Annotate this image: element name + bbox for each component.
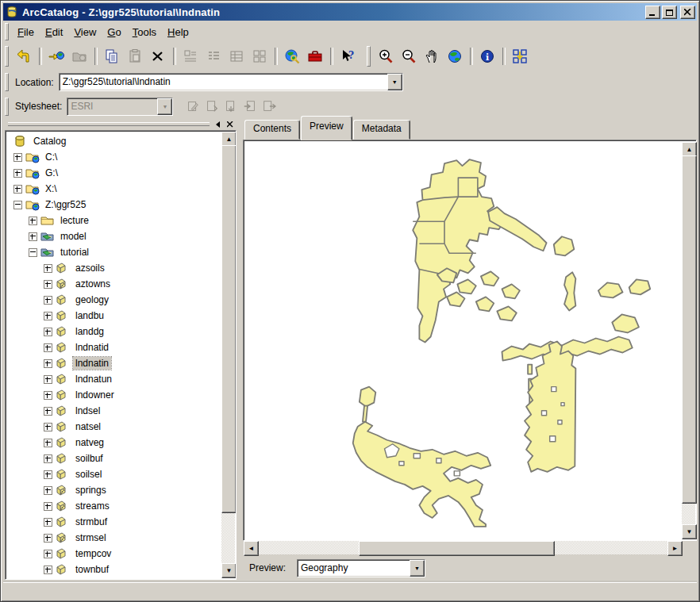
expand-plus-icon[interactable]: [44, 312, 52, 320]
connect-folder-button[interactable]: [44, 45, 67, 67]
minimize-button[interactable]: [645, 6, 660, 19]
tree-item-soilbuf[interactable]: soilbuf: [7, 451, 221, 466]
expand-plus-icon[interactable]: [44, 296, 52, 305]
tree-item-aztowns[interactable]: aztowns: [7, 276, 221, 292]
preview-vertical-scrollbar[interactable]: ▲ ▼: [682, 142, 695, 539]
tree-item-model[interactable]: model: [7, 228, 221, 244]
tree-item-label[interactable]: landbu: [73, 309, 106, 322]
tree-item-label[interactable]: Catalog: [31, 135, 68, 148]
arctoolbox-button[interactable]: [303, 45, 326, 67]
tab-metadata[interactable]: Metadata: [353, 120, 410, 140]
tree-item-label[interactable]: townbuf: [73, 563, 111, 576]
tree-item-tempcov[interactable]: tempcov: [7, 546, 221, 562]
tree-item-label[interactable]: tutorial: [58, 246, 91, 259]
close-button[interactable]: [680, 6, 695, 19]
expand-plus-icon[interactable]: [44, 470, 52, 479]
expand-plus-icon[interactable]: [44, 454, 52, 463]
scroll-down-button[interactable]: ▼: [221, 563, 237, 578]
tree-item-label[interactable]: aztowns: [73, 278, 113, 290]
tree-item-x[interactable]: X:\: [7, 181, 221, 197]
tree-item-c[interactable]: C:\: [7, 149, 221, 165]
tree-item-lndsel[interactable]: lndsel: [7, 403, 221, 419]
tree-item-label[interactable]: tempcov: [73, 547, 113, 560]
tree-item-label[interactable]: lndnatun: [73, 373, 114, 385]
tree-item-landbu[interactable]: landbu: [7, 308, 221, 324]
expand-plus-icon[interactable]: [44, 486, 52, 495]
preview-horizontal-scrollbar[interactable]: ◄ ►: [244, 541, 683, 554]
expand-plus-icon[interactable]: [13, 169, 22, 178]
tree-item-landdg[interactable]: landdg: [7, 324, 221, 339]
menu-tools[interactable]: Tools: [127, 24, 162, 40]
preview-type-value[interactable]: Geography: [298, 560, 410, 577]
tree-item-label[interactable]: streams: [73, 500, 112, 512]
tree-item-natsel[interactable]: natsel: [7, 419, 221, 435]
expand-plus-icon[interactable]: [44, 550, 52, 558]
tree-item-label[interactable]: springs: [73, 484, 109, 497]
tree-item-label[interactable]: lecture: [58, 214, 91, 227]
tree-scrollbar[interactable]: ▲ ▼: [221, 132, 235, 578]
expand-plus-icon[interactable]: [29, 217, 37, 225]
tree-item-label[interactable]: strmbuf: [73, 516, 110, 528]
tree-item-label[interactable]: lndsel: [73, 405, 102, 417]
tree-item-tutorial[interactable]: tutorial: [7, 244, 221, 260]
tree-item-label[interactable]: geology: [73, 293, 111, 306]
expand-plus-icon[interactable]: [44, 439, 52, 447]
zoom-out-button[interactable]: [397, 45, 420, 67]
preview-hscroll-thumb[interactable]: [359, 541, 555, 556]
tree-item-lndnatid[interactable]: lndnatid: [7, 339, 221, 355]
tree-item-label[interactable]: model: [58, 230, 89, 243]
maximize-button[interactable]: [662, 6, 677, 19]
menu-edit[interactable]: Edit: [40, 24, 68, 40]
toolbar-grip[interactable]: [5, 46, 9, 67]
expand-plus-icon[interactable]: [44, 407, 52, 416]
tree-item-azsoils[interactable]: azsoils: [7, 260, 221, 276]
scroll-left-button[interactable]: ◄: [244, 541, 259, 556]
scroll-right-button[interactable]: ►: [667, 541, 683, 556]
location-bar-grip[interactable]: [5, 73, 9, 92]
tree-item-label[interactable]: natveg: [73, 436, 106, 449]
menu-view[interactable]: View: [68, 24, 102, 40]
up-one-level-button[interactable]: [12, 45, 35, 67]
tree-item-g[interactable]: G:\: [7, 165, 221, 181]
menu-go[interactable]: Go: [102, 24, 126, 40]
zoom-in-button[interactable]: [374, 45, 397, 67]
tree-item-label[interactable]: landdg: [73, 325, 106, 338]
location-value[interactable]: Z:\ggr525\tutorial\lndnatin: [60, 74, 387, 90]
tree-item-label[interactable]: lndowner: [73, 389, 117, 401]
tree-item-lndowner[interactable]: lndowner: [7, 387, 221, 403]
tree-scrollbar-thumb[interactable]: [221, 145, 237, 513]
menubar-grip[interactable]: [5, 23, 9, 40]
tree-item-label[interactable]: X:\: [43, 182, 60, 195]
expand-plus-icon[interactable]: [44, 375, 52, 384]
expand-plus-icon[interactable]: [44, 518, 52, 527]
expand-plus-icon[interactable]: [44, 502, 52, 511]
expand-plus-icon[interactable]: [44, 566, 52, 574]
tree-item-lndnatin[interactable]: lndnatin: [7, 355, 221, 371]
collapse-minus-icon[interactable]: [29, 248, 37, 257]
tree-item-streams[interactable]: streams: [7, 498, 221, 514]
full-extent-button[interactable]: [443, 45, 466, 67]
expand-plus-icon[interactable]: [13, 185, 22, 194]
expand-plus-icon[interactable]: [44, 328, 52, 336]
tree-item-label[interactable]: lndnatin: [73, 357, 111, 370]
expand-plus-icon[interactable]: [29, 232, 37, 241]
create-thumbnail-button[interactable]: [508, 45, 531, 67]
expand-plus-icon[interactable]: [44, 534, 52, 543]
title-bar[interactable]: ArcCatalog - Z:\ggr525\tutorial\lndnatin: [3, 3, 697, 21]
identify-button[interactable]: i: [475, 45, 498, 67]
tree-item-townbuf[interactable]: townbuf: [7, 562, 221, 577]
tree-panel-grip[interactable]: [8, 122, 210, 126]
launch-arcmap-button[interactable]: [280, 45, 303, 67]
collapse-minus-icon[interactable]: [13, 201, 22, 209]
tree-item-catalog[interactable]: Catalog: [7, 133, 221, 149]
tree-item-lecture[interactable]: lecture: [7, 213, 221, 228]
tree-item-label[interactable]: Z:\ggr525: [43, 198, 88, 211]
tree-item-label[interactable]: C:\: [43, 151, 60, 163]
delete-button[interactable]: [146, 45, 169, 67]
tree-item-label[interactable]: lndnatid: [73, 341, 111, 354]
tree-panel-close-button[interactable]: [225, 120, 235, 129]
tree-panel-collapse-button[interactable]: [213, 120, 223, 129]
geography-toolbar-grip[interactable]: [367, 46, 371, 67]
tree-item-label[interactable]: soilbuf: [73, 452, 106, 465]
expand-plus-icon[interactable]: [44, 359, 52, 368]
